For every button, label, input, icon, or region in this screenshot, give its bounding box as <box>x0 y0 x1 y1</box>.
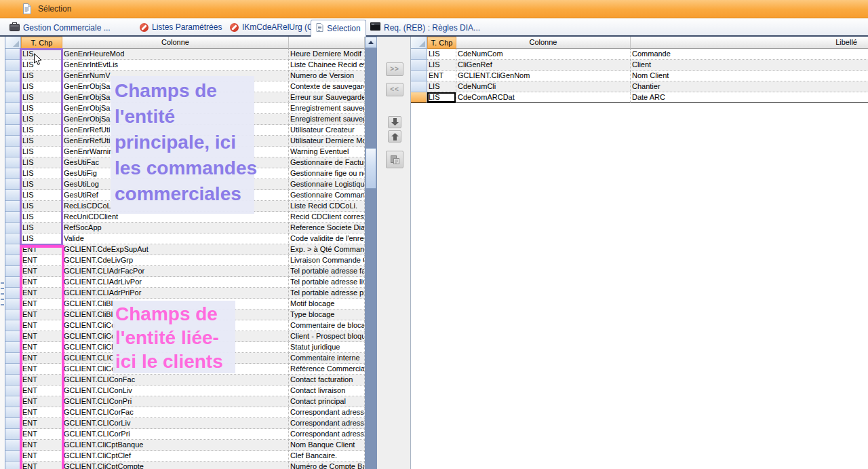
tchp-cell[interactable]: ENT <box>21 440 62 451</box>
table-row[interactable]: LISGenEnrObjSaContexte de sauvegarde <box>5 81 365 92</box>
colonne-cell[interactable]: CdeComARCDat <box>456 92 631 103</box>
tchp-cell[interactable]: ENT <box>21 407 62 418</box>
libelle-cell[interactable]: Contact principal <box>289 396 365 407</box>
libelle-cell[interactable]: Tel portable adresse livr <box>289 277 365 288</box>
tchp-cell[interactable]: LIS <box>21 212 62 223</box>
colonne-cell[interactable]: GCLIENT.CliCo <box>62 331 289 342</box>
tchp-cell[interactable]: ENT <box>21 451 62 462</box>
tchp-cell[interactable]: LIS <box>427 92 456 103</box>
tchp-cell[interactable]: ENT <box>21 244 62 255</box>
move-down-button[interactable] <box>388 116 401 128</box>
table-row[interactable]: ENTGCLIENT.CLICorFacCorrespondant adress… <box>5 407 365 418</box>
colonne-cell[interactable]: GenEnrObjSa <box>62 81 289 92</box>
tchp-cell[interactable]: ENT <box>21 375 62 386</box>
scrollbar-thumb[interactable] <box>366 148 376 189</box>
row-header-cell[interactable] <box>5 320 21 331</box>
row-header-cell[interactable] <box>5 255 21 266</box>
libelle-cell[interactable]: Code validite de l'enregi <box>289 233 365 244</box>
colonne-cell[interactable]: GCLIENT.CliCo <box>62 364 289 375</box>
colonne-cell[interactable]: CdeNumCli <box>456 81 631 92</box>
table-row[interactable]: ENTGCLIENT.CLIAdrLivPorTel portable adre… <box>5 277 365 288</box>
tchp-cell[interactable]: LIS <box>427 81 456 92</box>
tchp-cell[interactable]: LIS <box>21 233 62 244</box>
row-header-cell[interactable] <box>5 451 21 462</box>
row-header-cell[interactable] <box>5 157 21 168</box>
colonne-cell[interactable]: GesUtiRef <box>62 190 289 201</box>
move-left-button[interactable]: << <box>386 83 403 96</box>
tab-selection[interactable]: Sélection <box>311 20 366 37</box>
table-row[interactable]: LISGesUtiLogGestionnaire Logistique <box>5 179 365 190</box>
row-header-cell[interactable] <box>5 375 21 386</box>
libelle-cell[interactable]: Contact livraison <box>289 386 365 396</box>
table-row[interactable]: LISCdeNumComCommande <box>411 49 868 60</box>
tchp-cell[interactable]: ENT <box>427 71 456 81</box>
table-row[interactable]: LISRefSocAppReference Societe Diap <box>5 223 365 233</box>
colonne-cell[interactable]: GCLIENT.CliGenNom <box>456 71 631 81</box>
libelle-cell[interactable]: Date ARC <box>631 92 868 103</box>
colonne-cell[interactable]: GCLIENT.CLIConLiv <box>62 386 289 396</box>
row-header-cell[interactable] <box>5 71 21 81</box>
tchp-cell[interactable]: LIS <box>21 81 62 92</box>
row-header-cell[interactable] <box>5 179 21 190</box>
libelle-cell[interactable]: Gestionnaire Commande <box>289 190 365 201</box>
libelle-cell[interactable]: Reference Societe Diap <box>289 223 365 233</box>
vertical-scrollbar[interactable] <box>365 37 377 469</box>
colonne-cell[interactable]: GCLIENT.CLIConPri <box>62 396 289 407</box>
tchp-cell[interactable]: LIS <box>21 71 62 81</box>
tchp-cell[interactable]: ENT <box>21 299 62 309</box>
tchp-cell[interactable]: ENT <box>21 255 62 266</box>
libelle-cell[interactable]: Commentaire de blocage <box>289 320 365 331</box>
column-header-colonne[interactable]: Colonne <box>456 37 631 49</box>
tchp-cell[interactable]: LIS <box>427 49 456 60</box>
table-row[interactable]: LISRecLisCDCoLListe Recid CDCoLi. <box>5 201 365 212</box>
colonne-cell[interactable]: GCLIENT.CliBl <box>62 299 289 309</box>
libelle-cell[interactable]: Tel portable adresse pri <box>289 288 365 299</box>
row-header-cell[interactable] <box>5 223 21 233</box>
select-all-corner[interactable] <box>5 37 21 49</box>
libelle-cell[interactable]: Gestionnaire fige ou nor <box>289 168 365 179</box>
row-header-cell[interactable] <box>5 429 21 440</box>
row-header-cell[interactable] <box>411 71 427 81</box>
colonne-cell[interactable]: GCLIENT.CliCptBanque <box>62 440 289 451</box>
tab-req-reb[interactable]: Req. (REB) : Règles DIA... <box>370 22 480 33</box>
row-header-cell[interactable] <box>5 49 21 60</box>
tab-listes-parametrees[interactable]: Listes Paramétrées <box>140 22 222 32</box>
table-row[interactable]: LISGesUtiFigGestionnaire fige ou nor <box>5 168 365 179</box>
libelle-cell[interactable]: Motif blocage <box>289 299 365 309</box>
panel-splitter[interactable] <box>0 37 5 469</box>
libelle-cell[interactable]: Gestionnaire de Factura <box>289 157 365 168</box>
column-header-tchp[interactable]: T. Chp <box>427 37 456 49</box>
libelle-cell[interactable]: Nom Banque Client <box>289 440 365 451</box>
table-row[interactable]: LISGenEnrWarninWarning Eventuel <box>5 147 365 157</box>
colonne-cell[interactable]: GCLIENT.CLIConFac <box>62 375 289 386</box>
colonne-cell[interactable]: GCLIENT.CliCl <box>62 342 289 353</box>
row-header-cell[interactable] <box>5 342 21 353</box>
colonne-cell[interactable]: GCLIENT.CliCptCompte <box>62 462 289 469</box>
table-row[interactable]: LISGenEnrIntEvtLisListe Chainee Recid ev… <box>5 60 365 71</box>
colonne-cell[interactable]: GesUtiFac <box>62 157 289 168</box>
row-header-cell[interactable] <box>5 462 21 469</box>
tchp-cell[interactable]: ENT <box>21 462 62 469</box>
libelle-cell[interactable]: Enregistrement sauvega <box>289 114 365 125</box>
column-header-libelle[interactable]: Libellé <box>631 37 868 49</box>
libelle-cell[interactable]: Contact facturation <box>289 375 365 386</box>
tchp-cell[interactable]: ENT <box>21 396 62 407</box>
libelle-cell[interactable]: Chantier <box>631 81 868 92</box>
colonne-cell[interactable]: GenEnrRefUti <box>62 125 289 136</box>
row-header-cell[interactable] <box>5 440 21 451</box>
tchp-cell[interactable]: LIS <box>21 125 62 136</box>
colonne-cell[interactable]: GesUtiFig <box>62 168 289 179</box>
table-row[interactable]: ENTGCLIENT.CLICorPriCorrespondant adress… <box>5 429 365 440</box>
libelle-cell[interactable]: Utilisateur Derniere Mod <box>289 136 365 147</box>
colonne-cell[interactable]: GCLIENT.CdeLivGrp <box>62 255 289 266</box>
row-header-cell[interactable] <box>411 81 427 92</box>
colonne-cell[interactable]: GCLIENT.CLIAdrLivPor <box>62 277 289 288</box>
move-right-button[interactable]: >> <box>386 62 403 76</box>
tchp-cell[interactable]: LIS <box>21 114 62 125</box>
column-header-libelle[interactable] <box>289 37 365 49</box>
table-row[interactable]: ENTGCLIENT.CLICCommentaire interne <box>5 353 365 364</box>
libelle-cell[interactable]: Livraison Commande Gr <box>289 255 365 266</box>
tchp-cell[interactable]: ENT <box>21 288 62 299</box>
libelle-cell[interactable]: Correspondant adresse f <box>289 407 365 418</box>
table-row[interactable]: ENTGCLIENT.CliBlType blocage <box>5 309 365 320</box>
